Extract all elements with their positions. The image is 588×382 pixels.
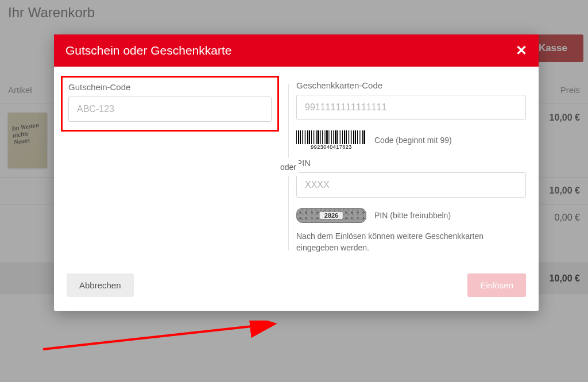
redeem-button[interactable]: Einlösen [467, 273, 526, 297]
coupon-modal: Gutschein oder Geschenkkarte ✕ oder Guts… [54, 34, 539, 311]
giftcard-code-input[interactable] [296, 95, 526, 120]
giftcard-code-label: Geschenkkarten-Code [296, 80, 526, 90]
giftcard-info: Nach dem Einlösen können weitere Geschen… [296, 231, 526, 253]
scratch-field-icon [296, 208, 366, 223]
scratch-hint-row: PIN (bitte freirubbeln) [296, 208, 526, 223]
voucher-field-highlight: Gutschein-Code [61, 76, 279, 132]
barcode-hint: Code (beginnt mit 99) [374, 136, 452, 145]
pin-label: PIN [296, 158, 526, 168]
barcode-hint-row: 9923040417823 Code (beginnt mit 99) [296, 130, 526, 150]
close-icon[interactable]: ✕ [516, 43, 527, 59]
divider-label: oder [278, 158, 299, 176]
voucher-column: Gutschein-Code [67, 80, 273, 262]
voucher-code-input[interactable] [68, 97, 272, 122]
pin-input[interactable] [296, 172, 526, 198]
scratch-hint: PIN (bitte freirubbeln) [374, 211, 451, 220]
voucher-label: Gutschein-Code [68, 82, 272, 92]
cancel-button[interactable]: Abbrechen [67, 273, 134, 297]
barcode-number: 9923040417823 [296, 144, 366, 150]
modal-title: Gutschein oder Geschenkkarte [65, 44, 232, 57]
modal-header: Gutschein oder Geschenkkarte ✕ [54, 34, 539, 67]
giftcard-column: Geschenkkarten-Code 9923040417823 Code (… [273, 80, 526, 262]
modal-footer: Abbrechen Einlösen [54, 268, 539, 311]
barcode-icon: 9923040417823 [296, 130, 366, 150]
